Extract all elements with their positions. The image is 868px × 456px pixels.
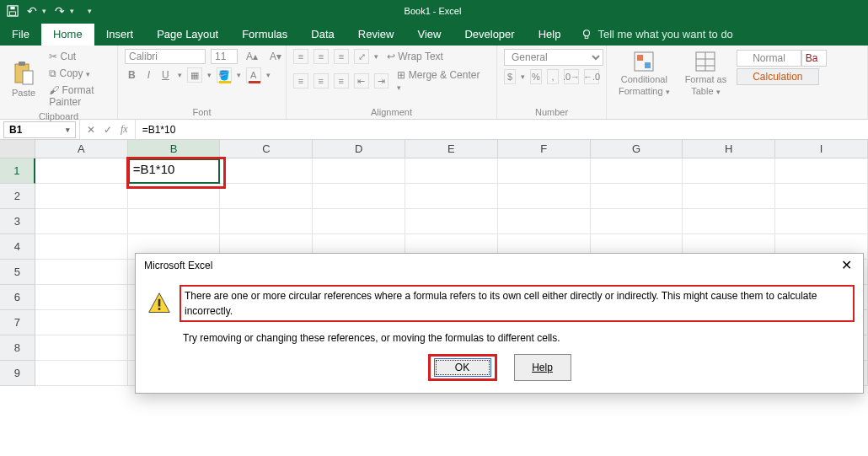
undo-dropdown[interactable]: ▾ bbox=[42, 7, 46, 15]
row-header[interactable]: 7 bbox=[0, 310, 35, 335]
font-name-combo[interactable] bbox=[125, 49, 206, 64]
cell[interactable] bbox=[498, 158, 591, 184]
merge-center-button[interactable]: ⊞ Merge & Center ▾ bbox=[394, 67, 490, 94]
cell[interactable] bbox=[128, 184, 221, 209]
row-header[interactable]: 1 bbox=[0, 158, 35, 184]
cell[interactable] bbox=[683, 209, 775, 234]
col-header[interactable]: B bbox=[128, 140, 221, 158]
redo-icon[interactable]: ↷ bbox=[55, 4, 65, 18]
tab-view[interactable]: View bbox=[405, 24, 453, 46]
row-header[interactable]: 2 bbox=[0, 184, 35, 209]
cell-style-calculation[interactable]: Calculation bbox=[737, 68, 818, 85]
redo-dropdown[interactable]: ▾ bbox=[70, 7, 74, 15]
increase-font-icon[interactable]: A▴ bbox=[243, 49, 261, 64]
cell[interactable] bbox=[128, 209, 221, 234]
tab-page-layout[interactable]: Page Layout bbox=[145, 24, 230, 46]
chevron-down-icon[interactable]: ▾ bbox=[266, 71, 271, 79]
cell[interactable] bbox=[313, 184, 405, 209]
cell[interactable] bbox=[405, 158, 498, 184]
align-center-icon[interactable]: ≡ bbox=[313, 73, 329, 89]
col-header[interactable]: G bbox=[591, 140, 683, 158]
align-bottom-icon[interactable]: ≡ bbox=[334, 49, 349, 64]
cell[interactable] bbox=[35, 361, 128, 386]
cell[interactable] bbox=[35, 335, 128, 361]
tab-insert[interactable]: Insert bbox=[94, 24, 146, 46]
orientation-icon[interactable]: ⤢ bbox=[354, 49, 369, 64]
chevron-down-icon[interactable]: ▾ bbox=[237, 71, 241, 79]
select-all-corner[interactable] bbox=[0, 140, 35, 158]
align-middle-icon[interactable]: ≡ bbox=[313, 49, 329, 64]
col-header[interactable]: A bbox=[35, 140, 128, 158]
font-size-combo[interactable] bbox=[211, 49, 238, 64]
cell[interactable] bbox=[313, 158, 405, 184]
percent-icon[interactable]: % bbox=[530, 69, 542, 84]
qat-customize-icon[interactable]: ▾ bbox=[88, 7, 92, 15]
col-header[interactable]: E bbox=[405, 140, 498, 158]
chevron-down-icon[interactable]: ▾ bbox=[374, 52, 378, 61]
cell[interactable] bbox=[35, 260, 128, 285]
save-icon[interactable] bbox=[7, 5, 19, 17]
underline-button[interactable]: U bbox=[158, 67, 173, 83]
decrease-decimal-icon[interactable]: ←.0 bbox=[584, 69, 599, 84]
cell[interactable] bbox=[35, 158, 128, 184]
cancel-formula-icon[interactable]: ✕ bbox=[87, 124, 95, 136]
copy-button[interactable]: ⧉ Copy ▾ bbox=[46, 66, 110, 81]
cell[interactable] bbox=[313, 209, 405, 234]
chevron-down-icon[interactable]: ▾ bbox=[178, 71, 182, 79]
format-painter-button[interactable]: 🖌 Format Painter bbox=[46, 83, 110, 110]
cell[interactable] bbox=[498, 209, 591, 234]
formula-input[interactable]: =B1*10 bbox=[136, 124, 868, 136]
align-top-icon[interactable]: ≡ bbox=[293, 49, 308, 64]
wrap-text-button[interactable]: ↩ Wrap Text bbox=[383, 49, 447, 64]
decrease-font-icon[interactable]: A▾ bbox=[266, 49, 285, 64]
enter-formula-icon[interactable]: ✓ bbox=[104, 124, 112, 136]
row-header[interactable]: 9 bbox=[0, 361, 35, 386]
tab-formulas[interactable]: Formulas bbox=[230, 24, 299, 46]
tab-file[interactable]: File bbox=[0, 24, 41, 46]
close-icon[interactable]: ✕ bbox=[836, 257, 856, 273]
col-header[interactable]: H bbox=[683, 140, 775, 158]
increase-decimal-icon[interactable]: .0→ bbox=[564, 69, 579, 84]
increase-indent-icon[interactable]: ⇥ bbox=[374, 73, 389, 89]
italic-button[interactable]: I bbox=[144, 67, 153, 83]
cell[interactable] bbox=[591, 158, 683, 184]
tab-home[interactable]: Home bbox=[41, 24, 94, 46]
name-box[interactable]: B1 ▾ bbox=[3, 121, 76, 138]
cell[interactable] bbox=[405, 209, 498, 234]
bold-button[interactable]: B bbox=[125, 67, 139, 83]
currency-icon[interactable]: $ bbox=[504, 69, 516, 84]
cell[interactable] bbox=[591, 209, 683, 234]
row-header[interactable]: 8 bbox=[0, 335, 35, 361]
tab-developer[interactable]: Developer bbox=[453, 24, 526, 46]
chevron-down-icon[interactable]: ▾ bbox=[207, 71, 212, 79]
cell[interactable] bbox=[220, 209, 313, 234]
col-header[interactable]: I bbox=[775, 140, 868, 158]
cell[interactable] bbox=[405, 184, 498, 209]
cell[interactable] bbox=[683, 184, 775, 209]
row-header[interactable]: 3 bbox=[0, 209, 35, 234]
cell[interactable] bbox=[35, 234, 128, 260]
cell[interactable] bbox=[775, 158, 868, 184]
tab-data[interactable]: Data bbox=[299, 24, 346, 46]
cell[interactable] bbox=[35, 184, 128, 209]
row-header[interactable]: 6 bbox=[0, 285, 35, 310]
row-header[interactable]: 5 bbox=[0, 260, 35, 285]
ok-button[interactable]: OK bbox=[434, 358, 491, 377]
undo-icon[interactable]: ↶ bbox=[27, 4, 37, 18]
fx-icon[interactable]: fx bbox=[121, 123, 128, 136]
number-format-combo[interactable]: General bbox=[504, 49, 603, 66]
cell[interactable] bbox=[35, 285, 128, 310]
borders-button[interactable]: ▦ bbox=[187, 67, 202, 83]
decrease-indent-icon[interactable]: ⇤ bbox=[354, 73, 369, 89]
comma-icon[interactable]: , bbox=[547, 69, 559, 84]
cell[interactable] bbox=[35, 209, 128, 234]
cut-button[interactable]: ✂ Cut bbox=[46, 49, 110, 64]
chevron-down-icon[interactable]: ▾ bbox=[521, 72, 525, 81]
cell[interactable] bbox=[591, 184, 683, 209]
cell-style-bad[interactable]: Ba bbox=[801, 50, 827, 67]
align-right-icon[interactable]: ≡ bbox=[334, 73, 349, 89]
format-as-table-button[interactable]: Format as Table ▾ bbox=[680, 49, 732, 98]
tab-help[interactable]: Help bbox=[527, 24, 573, 46]
fill-color-button[interactable]: 🪣 bbox=[217, 67, 232, 83]
cell-b1[interactable]: =B1*10 bbox=[128, 158, 221, 184]
